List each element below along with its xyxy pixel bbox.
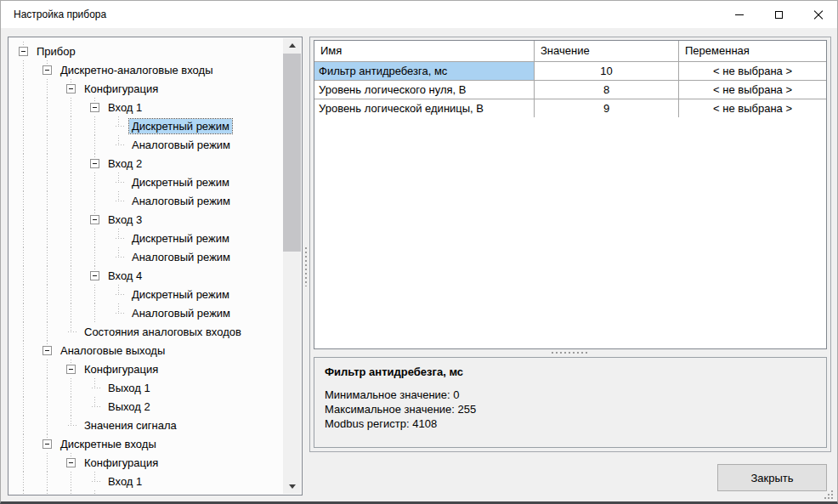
tree-item[interactable]: Вход 4 — [9, 266, 283, 285]
cell-value[interactable]: 8 — [535, 81, 679, 99]
cell-value[interactable]: 10 — [535, 62, 679, 80]
tree-item-label[interactable]: Дискретный режим — [129, 287, 232, 302]
tree-collapse-icon[interactable] — [12, 42, 32, 60]
tree-item[interactable]: Состояния аналоговых входов — [9, 322, 283, 341]
cell-value[interactable]: 9 — [535, 99, 679, 117]
tree-item-label[interactable]: Аналоговые выходы — [58, 343, 167, 358]
scroll-up-icon[interactable] — [283, 38, 301, 53]
tree-collapse-icon[interactable] — [36, 60, 56, 79]
tree-item[interactable]: Аналоговый режим — [9, 191, 283, 210]
cell-variable[interactable]: < не выбрана > — [679, 81, 826, 99]
tree-guide-line — [36, 360, 59, 378]
tree-item[interactable]: Вход 2 — [9, 154, 283, 173]
tree-item-label[interactable]: Вход 1 — [105, 474, 144, 489]
tree-item-label[interactable]: Конфигурация — [82, 456, 161, 470]
tree-item-label[interactable]: Выход 1 — [105, 381, 153, 395]
tree-item-label[interactable]: Прибор — [34, 44, 78, 59]
tree-item-label[interactable]: Конфигурация — [82, 82, 161, 96]
tree-item[interactable]: Дискретный режим — [9, 285, 283, 303]
tree-item[interactable]: Аналоговый режим — [9, 135, 283, 154]
column-header[interactable]: Значение — [535, 41, 679, 61]
tree-item-label[interactable]: Аналоговый режим — [129, 138, 233, 152]
tree-item[interactable]: Конфигурация — [9, 453, 283, 472]
resize-grip-icon[interactable] — [831, 497, 833, 499]
tree-item-label[interactable]: Дискретные входы — [58, 437, 159, 451]
tree-item[interactable]: Вход 3 — [9, 210, 283, 229]
tree-item-label[interactable]: Конфигурация — [82, 362, 161, 377]
tree-collapse-icon[interactable] — [83, 266, 104, 285]
cell-name[interactable]: Фильтр антидребезга, мс — [314, 62, 535, 80]
table-row[interactable]: Уровень логической единицы, В9< не выбра… — [314, 99, 826, 117]
maximize-button[interactable] — [759, 1, 798, 28]
minimize-button[interactable] — [720, 1, 759, 28]
tree-guide-line — [12, 322, 36, 341]
tree-item[interactable]: Конфигурация — [9, 79, 283, 98]
tree-item-label[interactable]: Значения сигнала — [82, 418, 179, 433]
tree-leaf-connector — [59, 322, 80, 341]
maximize-icon — [775, 11, 783, 19]
tree-item-label[interactable]: Вход 2 — [105, 156, 144, 171]
tree-item[interactable]: Аналоговый режим — [9, 303, 283, 322]
tree-collapse-icon[interactable] — [59, 453, 80, 472]
table-row[interactable]: Фильтр антидребезга, мс10< не выбрана > — [314, 61, 826, 80]
vertical-splitter[interactable] — [303, 37, 309, 496]
properties-table: ИмяЗначениеПеременная Фильтр антидребезг… — [314, 40, 827, 349]
tree-item[interactable]: Значения сигнала — [9, 416, 283, 434]
tree-item-label[interactable]: Вход 1 — [105, 100, 144, 115]
tree-item-label[interactable]: Вход 3 — [105, 212, 144, 227]
tree-item[interactable]: Аналоговые выходы — [9, 341, 283, 360]
cell-variable[interactable]: < не выбрана > — [679, 62, 826, 80]
cell-name[interactable]: Уровень логического нуля, В — [314, 81, 535, 99]
tree-collapse-icon[interactable] — [36, 341, 56, 360]
scroll-down-icon[interactable] — [283, 479, 301, 494]
tree-item[interactable]: Аналоговый режим — [9, 247, 283, 266]
tree-item-label[interactable]: Дискретно-аналоговые входы — [58, 63, 216, 77]
tree-item-label[interactable]: Аналоговый режим — [129, 250, 233, 264]
tree-guide-line — [36, 135, 59, 154]
close-button[interactable] — [798, 1, 837, 28]
tree-item[interactable]: Конфигурация — [9, 360, 283, 378]
tree-item-label[interactable]: Аналоговый режим — [129, 194, 233, 208]
tree-collapse-icon[interactable] — [59, 360, 80, 378]
tree-item-label[interactable]: Выход 2 — [105, 399, 153, 414]
tree-item[interactable]: Выход 2 — [9, 397, 283, 416]
tree-item[interactable]: Дискретный режим — [9, 229, 283, 247]
tree-item[interactable]: Прибор — [9, 42, 283, 60]
tree-item[interactable]: Дискретный режим — [9, 173, 283, 191]
tree-item-label[interactable]: Состояния аналоговых входов — [82, 325, 244, 339]
tree-item[interactable]: Выход 1 — [9, 378, 283, 397]
column-header[interactable]: Переменная — [679, 41, 826, 61]
tree-item[interactable]: Вход 2 — [9, 490, 283, 494]
tree-guide-line — [36, 98, 59, 116]
tree-guide-line — [83, 247, 107, 266]
tree-collapse-icon[interactable] — [36, 434, 56, 453]
column-header[interactable]: Имя — [314, 41, 535, 61]
tree-item-label[interactable]: Вход 2 — [105, 493, 144, 495]
close-icon — [813, 10, 823, 20]
cell-variable[interactable]: < не выбрана > — [679, 99, 826, 117]
scrollbar-thumb[interactable] — [283, 54, 301, 252]
tree-collapse-icon[interactable] — [83, 210, 104, 229]
tree-collapse-icon[interactable] — [83, 98, 104, 116]
window-controls — [720, 1, 837, 28]
description-lines: Минимальное значение: 0Максимальное знач… — [325, 388, 816, 431]
tree-item[interactable]: Дискретный режим — [9, 116, 283, 135]
tree-item[interactable]: Вход 1 — [9, 98, 283, 116]
tree-item[interactable]: Вход 1 — [9, 472, 283, 490]
tree-item-label[interactable]: Дискретный режим — [129, 231, 232, 246]
tree-item-label[interactable]: Дискретный режим — [129, 175, 232, 190]
table-row[interactable]: Уровень логического нуля, В8< не выбрана… — [314, 80, 826, 99]
cell-name[interactable]: Уровень логической единицы, В — [314, 99, 535, 117]
device-tree: ПриборДискретно-аналоговые входыКонфигур… — [8, 37, 303, 496]
tree-item-label[interactable]: Аналоговый режим — [129, 306, 233, 320]
tree-item[interactable]: Дискретные входы — [9, 434, 283, 453]
tree-guide-line — [36, 322, 59, 341]
tree-collapse-icon[interactable] — [83, 154, 104, 173]
tree-item[interactable]: Дискретно-аналоговые входы — [9, 60, 283, 79]
tree-item-label[interactable]: Вход 4 — [105, 269, 144, 283]
horizontal-splitter[interactable] — [314, 349, 827, 357]
tree-collapse-icon[interactable] — [59, 79, 80, 98]
tree-item-label[interactable]: Дискретный режим — [129, 119, 232, 133]
close-dialog-button[interactable]: Закрыть — [717, 464, 827, 491]
tree-scrollbar[interactable] — [283, 38, 301, 494]
